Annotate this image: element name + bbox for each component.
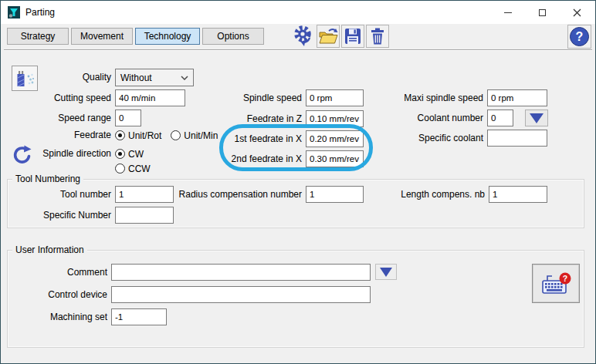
- parting-dialog-window: Parting Strategy Movement Technology Opt…: [0, 0, 596, 364]
- control-device-label: Control device: [7, 286, 107, 303]
- first-feedrate-x-label: 1st feedrate in X: [163, 130, 302, 147]
- specific-number-input[interactable]: [115, 207, 174, 224]
- help-button[interactable]: ?: [567, 25, 591, 49]
- specific-number-label: Specific Number: [7, 207, 111, 224]
- tab-strategy-label: Strategy: [21, 31, 56, 42]
- control-device-input[interactable]: [111, 286, 371, 303]
- tab-movement-label: Movement: [80, 31, 124, 42]
- first-feedrate-x-input[interactable]: [306, 130, 364, 147]
- svg-text:?: ?: [576, 30, 584, 43]
- close-button[interactable]: [560, 1, 594, 24]
- spindle-direction-ccw-row: CCW: [115, 163, 151, 174]
- tab-technology[interactable]: Technology: [135, 28, 200, 45]
- user-information-title: User Information: [12, 244, 87, 255]
- spindle-ccw-radio[interactable]: [115, 163, 125, 174]
- coolant-number-input[interactable]: [487, 110, 513, 126]
- second-feedrate-x-input[interactable]: [306, 150, 364, 167]
- spindle-cw-label: CW: [128, 149, 144, 160]
- toolbar-separator: [4, 49, 592, 51]
- save-button[interactable]: [341, 25, 364, 48]
- tab-movement[interactable]: Movement: [71, 28, 133, 45]
- feedrate-z-input[interactable]: [306, 110, 364, 127]
- blue-triangle-down-icon: [380, 268, 392, 277]
- cutting-speed-label: Cutting speed: [7, 89, 111, 106]
- comment-label: Comment: [7, 264, 107, 281]
- machining-set-input[interactable]: [111, 308, 167, 325]
- spindle-cw-radio[interactable]: [115, 149, 125, 159]
- spindle-direction-label: Spindle direction: [7, 148, 111, 160]
- spindle-speed-label: Spindle speed: [163, 89, 302, 106]
- help-question-icon: ?: [570, 27, 589, 46]
- titlebar: Parting: [1, 1, 595, 24]
- window-title: Parting: [25, 1, 55, 24]
- specific-coolant-label: Specific coolant: [369, 130, 483, 147]
- minimize-button[interactable]: [490, 1, 525, 24]
- feedrate-label: Feedrate: [7, 130, 111, 141]
- length-compensation-label: Length compens. nb: [371, 186, 485, 203]
- chevron-down-icon: [181, 76, 188, 80]
- settings-button[interactable]: [292, 25, 315, 48]
- comment-dropdown-button[interactable]: [375, 264, 397, 280]
- svg-text:?: ?: [563, 274, 567, 283]
- spindle-ccw-label: CCW: [128, 163, 151, 174]
- tool-numbering-title: Tool Numbering: [12, 174, 83, 184]
- comment-input[interactable]: [111, 264, 371, 281]
- quality-value: Without: [120, 72, 152, 83]
- spindle-speed-input[interactable]: [306, 89, 364, 106]
- tab-technology-label: Technology: [144, 31, 191, 42]
- open-folder-icon: [319, 28, 338, 45]
- maximize-button[interactable]: [525, 1, 560, 24]
- close-icon: [573, 8, 581, 17]
- feedrate-unit-rot-radio[interactable]: [115, 130, 125, 140]
- quality-label: Quality: [7, 69, 111, 86]
- tool-number-label: Tool number: [7, 186, 111, 203]
- coolant-number-label: Coolant number: [369, 110, 483, 126]
- tab-options-label: Options: [217, 31, 249, 42]
- second-feedrate-x-label: 2nd feedrate in X: [163, 150, 302, 167]
- delete-button[interactable]: [366, 25, 389, 48]
- radius-compensation-label: Radius compensation number: [163, 186, 302, 203]
- tab-strategy[interactable]: Strategy: [7, 28, 69, 45]
- spindle-direction-cw-row: CW: [115, 148, 144, 160]
- save-icon: [344, 28, 361, 45]
- quality-dropdown[interactable]: Without: [115, 69, 194, 86]
- open-button[interactable]: [317, 25, 340, 48]
- speed-range-label: Speed range: [7, 110, 111, 126]
- maxi-spindle-speed-input[interactable]: [487, 89, 547, 106]
- tab-options[interactable]: Options: [202, 28, 264, 45]
- maximize-icon: [539, 9, 546, 16]
- keyboard-question-icon: ?: [540, 271, 572, 296]
- specific-coolant-input[interactable]: [487, 130, 547, 147]
- trash-icon: [370, 28, 385, 45]
- blue-triangle-down-icon: [530, 113, 544, 123]
- app-icon: [8, 6, 20, 19]
- gear-settings-icon: [293, 25, 314, 47]
- length-compensation-input[interactable]: [489, 186, 547, 203]
- speed-range-input[interactable]: [115, 110, 141, 126]
- maxi-spindle-speed-label: Maxi spindle speed: [369, 89, 483, 106]
- keyboard-help-button[interactable]: ?: [532, 264, 580, 303]
- radius-compensation-input[interactable]: [306, 186, 364, 203]
- minimize-icon: [504, 12, 512, 13]
- machining-set-label: Machining set: [7, 308, 107, 325]
- coolant-dropdown-button[interactable]: [525, 110, 548, 126]
- feedrate-unit-rot-label: Unit/Rot: [128, 130, 161, 141]
- feedrate-z-label: Feedrate in Z: [163, 110, 302, 127]
